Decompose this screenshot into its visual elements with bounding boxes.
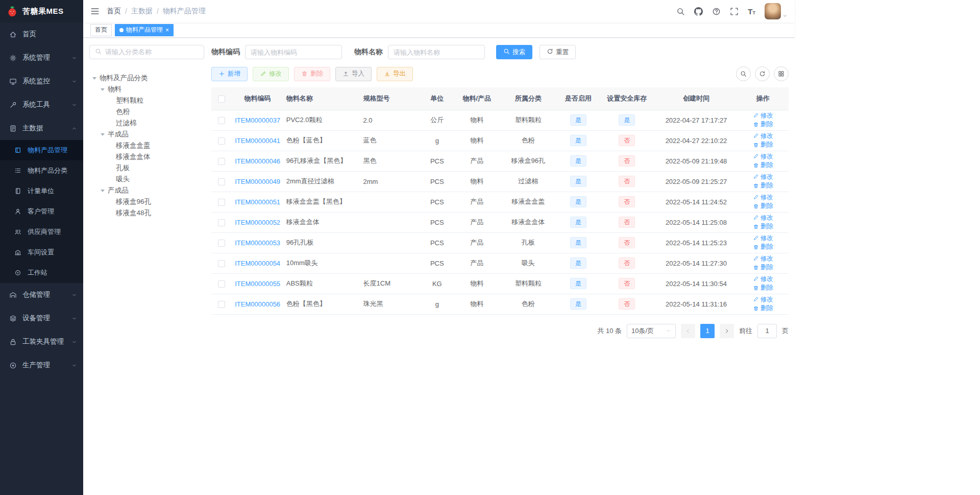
- column-header[interactable]: 是否启用: [558, 87, 599, 110]
- github-icon[interactable]: [694, 7, 703, 16]
- page-size-select[interactable]: 10条/页: [627, 324, 676, 338]
- column-header[interactable]: 所属分类: [499, 87, 558, 110]
- row-delete-link[interactable]: 删除: [753, 161, 773, 170]
- sidebar-item[interactable]: 首页: [0, 22, 83, 46]
- filter-input[interactable]: [388, 45, 485, 59]
- close-icon[interactable]: ×: [165, 27, 169, 33]
- material-code-link[interactable]: ITEM00000052: [235, 219, 280, 226]
- sidebar-item[interactable]: 仓储管理: [0, 283, 83, 307]
- row-delete-link[interactable]: 删除: [753, 181, 773, 190]
- row-delete-link[interactable]: 删除: [753, 140, 773, 149]
- tree-node[interactable]: 移液盒盒盖: [89, 140, 204, 151]
- column-header[interactable]: 设置安全库存: [599, 87, 655, 110]
- enabled-tag[interactable]: 是: [570, 114, 586, 126]
- tree-node[interactable]: 移液盒48孔: [89, 207, 204, 219]
- row-edit-link[interactable]: 修改: [753, 214, 773, 222]
- tree-node[interactable]: 孔板: [89, 162, 204, 174]
- safety-stock-tag[interactable]: 否: [619, 237, 635, 248]
- row-edit-link[interactable]: 修改: [753, 132, 773, 140]
- safety-stock-tag[interactable]: 否: [619, 155, 635, 167]
- tree-node[interactable]: 色粉: [89, 106, 204, 117]
- info-action-button[interactable]: 导入: [335, 67, 372, 81]
- sidebar-item[interactable]: 系统管理: [0, 46, 83, 69]
- material-code-link[interactable]: ITEM00000037: [235, 116, 280, 124]
- safety-stock-tag[interactable]: 否: [619, 135, 635, 146]
- tree-node[interactable]: 吸头: [89, 174, 204, 185]
- row-checkbox[interactable]: [218, 240, 225, 247]
- row-checkbox[interactable]: [218, 117, 225, 124]
- enabled-tag[interactable]: 是: [570, 176, 586, 187]
- sidebar-item[interactable]: 设备管理: [0, 307, 83, 330]
- column-header[interactable]: 创建时间: [655, 87, 738, 110]
- enabled-tag[interactable]: 是: [570, 237, 586, 248]
- material-code-link[interactable]: ITEM00000055: [235, 280, 280, 288]
- warning-action-button[interactable]: 导出: [377, 67, 413, 81]
- filter-input[interactable]: [245, 45, 342, 59]
- sidebar-subitem[interactable]: 计量单位: [0, 181, 83, 201]
- sidebar-subitem[interactable]: 工作站: [0, 263, 83, 283]
- row-checkbox[interactable]: [218, 280, 225, 288]
- material-code-link[interactable]: ITEM00000049: [235, 178, 280, 185]
- tree-node[interactable]: 物料及产品分类: [89, 73, 204, 84]
- tree-node[interactable]: 半成品: [89, 129, 204, 140]
- enabled-tag[interactable]: 是: [570, 196, 586, 207]
- enabled-tag[interactable]: 是: [570, 257, 586, 269]
- sidebar-subitem[interactable]: 客户管理: [0, 201, 83, 222]
- tree-node[interactable]: 移液盒96孔: [89, 196, 204, 207]
- material-code-link[interactable]: ITEM00000056: [235, 300, 280, 308]
- enabled-tag[interactable]: 是: [570, 155, 586, 167]
- reset-button[interactable]: 重置: [540, 45, 576, 59]
- sidebar-item[interactable]: 系统监控: [0, 69, 83, 93]
- row-delete-link[interactable]: 删除: [753, 263, 773, 272]
- tree-node[interactable]: 物料: [89, 84, 204, 95]
- search-button[interactable]: 搜索: [496, 45, 532, 59]
- row-edit-link[interactable]: 修改: [753, 193, 773, 202]
- sidebar-subitem[interactable]: 车间设置: [0, 242, 83, 263]
- row-delete-link[interactable]: 删除: [753, 243, 773, 251]
- refresh-toggle-button[interactable]: [755, 66, 770, 81]
- tree-node[interactable]: 塑料颗粒: [89, 95, 204, 106]
- safety-stock-tag[interactable]: 否: [619, 257, 635, 269]
- user-avatar[interactable]: [765, 3, 788, 19]
- row-edit-link[interactable]: 修改: [753, 275, 773, 284]
- prev-page-button[interactable]: [681, 324, 695, 338]
- safety-stock-tag[interactable]: 是: [619, 114, 635, 126]
- sidebar-subitem[interactable]: 物料产品分类: [0, 160, 83, 181]
- row-delete-link[interactable]: 删除: [753, 120, 773, 129]
- row-delete-link[interactable]: 删除: [753, 304, 773, 313]
- sidebar-item[interactable]: 系统工具: [0, 93, 83, 116]
- enabled-tag[interactable]: 是: [570, 278, 586, 289]
- tab-page[interactable]: 首页: [90, 24, 112, 36]
- sidebar-item[interactable]: 生产管理: [0, 353, 83, 377]
- safety-stock-tag[interactable]: 否: [619, 298, 635, 310]
- danger-action-button[interactable]: 删除: [294, 67, 330, 81]
- success-action-button[interactable]: 修改: [253, 67, 289, 81]
- row-checkbox[interactable]: [218, 158, 225, 165]
- material-code-link[interactable]: ITEM00000053: [235, 239, 280, 247]
- sidebar-item[interactable]: 主数据: [0, 116, 83, 140]
- row-checkbox[interactable]: [218, 137, 225, 145]
- tree-node[interactable]: 过滤棉: [89, 117, 204, 129]
- row-edit-link[interactable]: 修改: [753, 152, 773, 161]
- breadcrumb-item[interactable]: 首页: [107, 7, 121, 16]
- column-header[interactable]: 单位: [419, 87, 455, 110]
- category-search[interactable]: 请输入分类名称: [89, 45, 204, 59]
- material-code-link[interactable]: ITEM00000051: [235, 198, 280, 206]
- primary-action-button[interactable]: 新增: [211, 67, 248, 81]
- row-delete-link[interactable]: 删除: [753, 284, 773, 292]
- material-code-link[interactable]: ITEM00000054: [235, 260, 280, 267]
- enabled-tag[interactable]: 是: [570, 298, 586, 310]
- safety-stock-tag[interactable]: 否: [619, 196, 635, 207]
- breadcrumb-item[interactable]: 物料产品管理: [163, 7, 206, 16]
- row-edit-link[interactable]: 修改: [753, 234, 773, 243]
- row-checkbox[interactable]: [218, 260, 225, 267]
- next-page-button[interactable]: [720, 324, 734, 338]
- row-checkbox[interactable]: [218, 219, 225, 226]
- column-header[interactable]: 物料/产品: [455, 87, 499, 110]
- row-checkbox[interactable]: [218, 199, 225, 206]
- sidebar-subitem[interactable]: 供应商管理: [0, 222, 83, 242]
- grid-toggle-button[interactable]: [774, 66, 789, 81]
- enabled-tag[interactable]: 是: [570, 217, 586, 228]
- row-delete-link[interactable]: 删除: [753, 222, 773, 231]
- breadcrumb-item[interactable]: 主数据: [131, 7, 153, 16]
